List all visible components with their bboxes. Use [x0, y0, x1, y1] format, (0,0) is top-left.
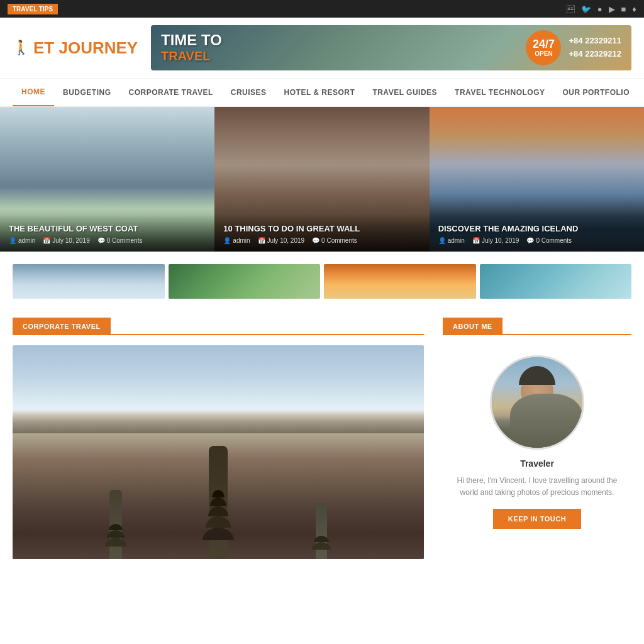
logo-prefix: ET — [33, 38, 58, 57]
phone-1[interactable]: +84 22329211 — [569, 35, 621, 48]
header: 🚶 ET JOURNEY TIME TO TRAVEL 24/7 OPEN +8… — [0, 18, 644, 78]
nav-travel-guides[interactable]: TRAVEL GUIDES — [364, 79, 446, 106]
hero-card-3-date: 📅 July 10, 2019 — [472, 237, 519, 244]
nav-home[interactable]: HOME — [13, 79, 54, 106]
about-description: Hi there, I'm Vincent. I love travelling… — [449, 475, 625, 499]
avatar — [490, 355, 584, 450]
corporate-travel-article[interactable] — [13, 345, 424, 559]
social-links:  🐦 ● ▶ ■ ♦ — [567, 4, 636, 14]
youtube-icon[interactable]: ▶ — [609, 4, 615, 14]
hero-card-1-date: 📅 July 10, 2019 — [43, 237, 90, 244]
nav-budgeting[interactable]: BUDGETING — [54, 79, 120, 106]
thumbnail-strip — [0, 252, 644, 305]
about-me-tag: ABOUT ME — [443, 318, 502, 335]
corporate-travel-header: CORPORATE TRAVEL — [13, 318, 424, 335]
keep-in-touch-button[interactable]: KEEP IN TOUCH — [493, 509, 581, 529]
open-label: OPEN — [535, 50, 552, 57]
hero-card-1-meta: 👤 admin 📅 July 10, 2019 💬 0 Comments — [9, 237, 206, 244]
hero-card-1-title: THE BEAUTIFUL OF WEST COAT — [9, 224, 206, 233]
hero-card-3-comments: 💬 0 Comments — [526, 237, 572, 244]
logo-text: ET JOURNEY — [33, 38, 138, 58]
hero-card-2-comments: 💬 0 Comments — [312, 237, 357, 244]
about-me-divider — [502, 334, 631, 335]
thumb-1[interactable] — [13, 264, 165, 299]
nav-cruises[interactable]: CRUISES — [222, 79, 275, 106]
logo[interactable]: 🚶 ET JOURNEY — [13, 38, 138, 58]
pinterest-icon[interactable]: ● — [597, 4, 602, 14]
about-me-card: Traveler Hi there, I'm Vincent. I love t… — [443, 345, 631, 539]
nav-travel-technology[interactable]: TRAVEL TECHNOLOGY — [446, 79, 553, 106]
hero-grid: THE BEAUTIFUL OF WEST COAT 👤 admin 📅 Jul… — [0, 107, 644, 252]
facebook-icon[interactable]:  — [567, 4, 575, 14]
hero-card-1-author: 👤 admin — [9, 237, 35, 244]
section-divider-line — [111, 334, 424, 335]
banner-phones: +84 22329211 +84 22329212 — [569, 35, 621, 61]
navigation: HOME BUDGETING CORPORATE TRAVEL CRUISES … — [0, 78, 644, 107]
hero-card-3-meta: 👤 admin 📅 July 10, 2019 💬 0 Comments — [438, 237, 635, 244]
banner-travel: TRAVEL — [161, 49, 526, 64]
hero-card-3[interactable]: DISCOVER THE AMAZING ICELAND 👤 admin 📅 J… — [430, 107, 644, 252]
top-bar: TRAVEL TIPS  🐦 ● ▶ ■ ♦ — [0, 0, 644, 18]
instagram-icon[interactable]: ■ — [621, 4, 626, 14]
left-column: CORPORATE TRAVEL — [13, 318, 424, 559]
hero-card-3-title: DISCOVER THE AMAZING ICELAND — [438, 224, 635, 233]
logo-highlight: JOURNEY — [58, 38, 138, 57]
about-me-header: ABOUT ME — [443, 318, 631, 335]
banner-text: TIME TO TRAVEL — [161, 32, 526, 63]
nav-corporate-travel[interactable]: CORPORATE TRAVEL — [120, 79, 222, 106]
banner-24-7: 24/7 OPEN — [526, 30, 561, 65]
banner: TIME TO TRAVEL 24/7 OPEN +84 22329211 +8… — [151, 25, 631, 70]
nav-our-portfolio[interactable]: OUR PORTFOLIO — [554, 79, 639, 106]
traveler-name: Traveler — [449, 458, 625, 469]
skype-icon[interactable]: ♦ — [632, 4, 636, 14]
hero-card-3-author: 👤 admin — [438, 237, 465, 244]
hero-card-1-overlay: THE BEAUTIFUL OF WEST COAT 👤 admin 📅 Jul… — [0, 214, 214, 252]
hero-card-2-date: 📅 July 10, 2019 — [258, 237, 305, 244]
banner-time-to: TIME TO — [161, 32, 526, 48]
twitter-icon[interactable]: 🐦 — [581, 4, 591, 14]
open-hours: 24/7 — [533, 38, 555, 51]
hero-card-2-title: 10 THINGS TO DO IN GREAT WALL — [223, 224, 420, 233]
main-content: CORPORATE TRAVEL — [0, 305, 644, 572]
hero-card-1[interactable]: THE BEAUTIFUL OF WEST COAT 👤 admin 📅 Jul… — [0, 107, 214, 252]
sidebar: ABOUT ME Traveler Hi there, I'm Vincent.… — [443, 318, 631, 559]
hero-card-1-comments: 💬 0 Comments — [97, 237, 143, 244]
hero-card-2[interactable]: 10 THINGS TO DO IN GREAT WALL 👤 admin 📅 … — [214, 107, 429, 252]
thumb-4[interactable] — [480, 264, 632, 299]
logo-icon: 🚶 — [13, 40, 30, 56]
phone-2[interactable]: +84 22329212 — [569, 48, 621, 61]
hero-card-2-overlay: 10 THINGS TO DO IN GREAT WALL 👤 admin 📅 … — [214, 214, 429, 252]
hero-card-2-author: 👤 admin — [223, 237, 250, 244]
thumb-3[interactable] — [324, 264, 476, 299]
thumb-2[interactable] — [169, 264, 321, 299]
article-image — [13, 345, 424, 559]
hero-card-3-overlay: DISCOVER THE AMAZING ICELAND 👤 admin 📅 J… — [430, 214, 644, 252]
nav-hotel-resort[interactable]: HOTEL & RESORT — [275, 79, 364, 106]
hero-card-2-meta: 👤 admin 📅 July 10, 2019 💬 0 Comments — [223, 237, 420, 244]
corporate-travel-tag: CORPORATE TRAVEL — [13, 318, 111, 335]
travel-tips-tag[interactable]: TRAVEL TIPS — [8, 4, 58, 14]
